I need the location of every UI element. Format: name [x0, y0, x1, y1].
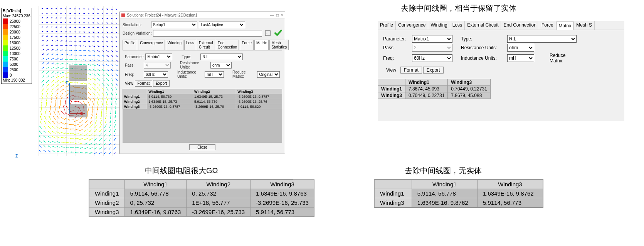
tab-loss[interactable]: Loss [184, 40, 196, 50]
p2-res-select[interactable]: ohm [507, 44, 534, 52]
p2-res-label: Resistance Units: [461, 45, 507, 50]
col-header [378, 79, 405, 86]
p2-tab-force[interactable]: Force [539, 21, 556, 30]
window-minimize-icon[interactable]: — [270, 13, 274, 17]
svg-line-442 [99, 129, 102, 132]
p2-tab-external-circuit[interactable]: External Circuit [465, 21, 501, 30]
design-variation-browse-button[interactable]: … [265, 30, 271, 36]
table-row[interactable]: Winding15.9114, 56.7780, 25.7321.6349E-1… [89, 189, 314, 198]
p2-type-label: Type: [461, 36, 507, 42]
legend-swatch [3, 56, 8, 62]
legend-swatch [3, 51, 8, 56]
window-maximize-icon[interactable]: □ [276, 13, 279, 17]
legend-value: 17500 [10, 35, 20, 40]
p2-export-button[interactable]: Export [423, 67, 444, 74]
svg-line-151 [58, 111, 60, 115]
svg-line-377 [90, 124, 92, 127]
svg-line-122 [52, 126, 55, 129]
p2-pass-select[interactable]: 2 [412, 44, 452, 52]
tab-force[interactable]: Force [240, 40, 254, 50]
simulation-select[interactable]: Setup1 [151, 22, 197, 28]
design-variation-label: Design Variation: [123, 31, 151, 35]
matrix-row[interactable]: Winding15.9114, 56.7691.6349E-15, 25.73-… [123, 94, 282, 99]
matrix-mini-table: Winding1Winding2Winding3Winding15.9114, … [123, 89, 282, 143]
tab-external-circuit[interactable]: External Circuit [197, 40, 215, 50]
row-header: Winding2 [123, 99, 147, 104]
freq-select[interactable]: 60Hz [144, 71, 168, 78]
p2-format-button[interactable]: Format [400, 67, 422, 74]
svg-line-400 [97, 83, 100, 85]
matrix-panel-tabs: ProfileConvergenceWindingLossExternal Ci… [378, 21, 624, 30]
tab-convergence[interactable]: Convergence [138, 40, 165, 50]
window-close-icon[interactable]: × [281, 13, 283, 17]
matrix-row[interactable]: Winding17.8674, 45.0930.70449, 0.22731 [378, 86, 491, 92]
reduce-matrix-select[interactable]: Original [257, 71, 280, 78]
matrix-row[interactable]: Winding3-3.2699E-16, 9.8787-3.2699E-16, … [123, 104, 282, 109]
p2-tab-convergence[interactable]: Convergence [396, 21, 428, 30]
pass-select[interactable]: 4 [144, 62, 171, 69]
cell: 5.9114, 56.773 [477, 198, 543, 208]
svg-line-280 [74, 120, 79, 122]
inductance-units-select[interactable]: mH [205, 71, 224, 78]
resistance-units-select[interactable]: ohm [210, 62, 232, 69]
svg-line-184 [61, 117, 65, 120]
col-header: Winding1 [124, 180, 187, 189]
p2-parameter-select[interactable]: Matrix1 [412, 35, 452, 43]
caption-left: 中间线圈电阻很大GΩ [145, 166, 218, 176]
svg-line-339 [88, 97, 91, 100]
p2-tab-matrix[interactable]: Matrix [556, 22, 574, 30]
legend-value: 2500 [10, 68, 18, 72]
svg-line-148 [60, 97, 62, 101]
p2-freq-select[interactable]: 60Hz [412, 54, 452, 62]
table-row[interactable]: Winding20, 25.7321E+18, 56.777-3.2699E-1… [89, 198, 314, 208]
design-variation-input[interactable] [153, 30, 262, 37]
p2-tab-loss[interactable]: Loss [450, 21, 465, 30]
type-label: Type: [182, 55, 199, 59]
legend-value: 15000 [10, 41, 20, 45]
svg-line-92 [48, 136, 51, 138]
legend-swatch [3, 62, 8, 67]
window-titlebar[interactable]: Solutions: Project24 - Maxwell2DDesign1 … [120, 12, 285, 19]
type-select[interactable]: R,L [200, 54, 243, 60]
svg-line-413 [94, 143, 97, 145]
parameter-select[interactable]: Matrix1 [145, 54, 172, 60]
cell: 1.6349E-16, 9.8763 [251, 189, 314, 198]
tab-matrix[interactable]: Matrix [254, 40, 269, 50]
close-button[interactable]: Close [189, 144, 215, 150]
table-row[interactable]: Winding15.9114, 56.7781.6349E-16, 9.8762 [375, 189, 543, 198]
export-button[interactable]: Export [153, 80, 170, 87]
check-icon[interactable] [274, 30, 282, 37]
format-button[interactable]: Format [135, 80, 153, 87]
table-row[interactable]: Winding31.6349E-16, 9.8763-3.2699E-16, 2… [89, 208, 314, 217]
coil-rect-2 [69, 85, 87, 100]
p2-type-select[interactable]: R,L [507, 35, 577, 43]
p2-tab-end-connection[interactable]: End Connection [501, 21, 539, 30]
svg-line-398 [97, 74, 100, 75]
reduce-matrix-label: Reduce Matrix: [232, 70, 256, 79]
legend-stop: 20000 [3, 29, 30, 35]
p2-tab-mesh-s[interactable]: Mesh S [574, 21, 595, 30]
svg-line-90 [48, 126, 51, 129]
p2-ind-select[interactable]: mH [507, 54, 534, 62]
simulation-mode-select[interactable]: LastAdaptive [199, 22, 245, 28]
tab-winding[interactable]: Winding [166, 40, 183, 50]
table-row[interactable]: Winding31.6349E-16, 9.87625.9114, 56.773 [375, 198, 543, 208]
svg-line-82 [51, 89, 53, 92]
svg-line-380 [89, 138, 92, 140]
legend-stop: 22500 [3, 24, 30, 29]
svg-line-147 [60, 93, 63, 97]
p2-tab-profile[interactable]: Profile [378, 21, 396, 30]
tab-profile[interactable]: Profile [123, 40, 137, 50]
p2-tab-winding[interactable]: Winding [428, 21, 450, 30]
matrix-row[interactable]: Winding30.70449, 0.227317.8679, 45.088 [378, 92, 491, 99]
view-label: View [125, 81, 134, 85]
row-header: Winding1 [123, 94, 147, 99]
tab-end-connection[interactable]: End Connection [216, 40, 239, 50]
svg-line-144 [60, 81, 64, 83]
matrix-row[interactable]: Winding21.6349E-15, 25.735.9114, 56.739-… [123, 99, 282, 104]
svg-line-314 [79, 129, 83, 131]
legend-stop: 10000 [3, 51, 30, 56]
svg-line-348 [84, 138, 88, 140]
tab-mesh-statistics[interactable]: Mesh Statistics [269, 40, 289, 50]
row-header: Winding2 [89, 198, 125, 208]
